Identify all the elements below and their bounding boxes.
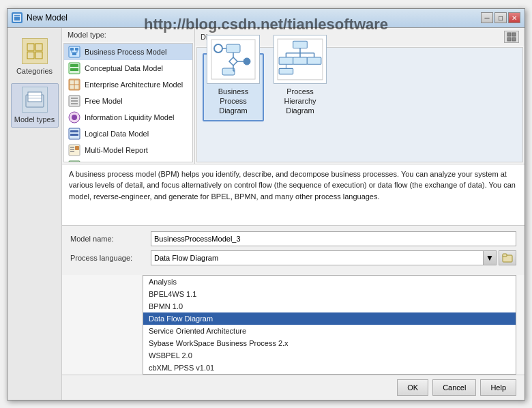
svg-point-62	[243, 58, 250, 65]
process-language-display[interactable]: Data Flow Diagram	[151, 250, 497, 265]
diagram-section: Diagram:	[195, 28, 524, 164]
svg-rect-13	[72, 53, 76, 55]
ok-button[interactable]: OK	[397, 379, 428, 396]
svg-rect-65	[293, 41, 308, 48]
diagram-name-bpd: Business Process Diagram	[204, 87, 263, 116]
diagram-thumb-bpd	[207, 35, 260, 84]
diagram-grid: Business Process Diagram Process Hierarc…	[196, 47, 523, 162]
model-icon-bpm	[68, 46, 80, 58]
model-label-mmr: Multi-Model Report	[85, 146, 148, 154]
model-types-label: Model types	[14, 115, 55, 123]
model-list-item-fm[interactable]: Free Model	[64, 93, 192, 109]
svg-point-30	[72, 115, 77, 120]
categories-icon	[22, 38, 48, 64]
svg-rect-12	[75, 48, 78, 50]
process-language-select-wrapper: Data Flow Diagram ▼	[151, 250, 497, 265]
description-area: A business process model (BPM) helps you…	[62, 164, 524, 225]
dropdown-option-xcml[interactable]: cbXML PPSS v1.01	[143, 362, 516, 374]
svg-rect-5	[35, 52, 42, 59]
main-area: Model type: Business Process ModelConcep…	[62, 28, 524, 400]
svg-rect-2	[27, 44, 34, 50]
dropdown-option-analysis[interactable]: Analysis	[143, 276, 516, 288]
svg-rect-49	[507, 33, 511, 36]
model-icon-oom	[68, 160, 80, 162]
svg-rect-4	[27, 52, 34, 59]
svg-rect-3	[35, 44, 42, 50]
svg-rect-19	[70, 64, 78, 67]
dropdown-option-sybase[interactable]: Sybase WorkSpace Business Process 2.x	[143, 337, 516, 349]
window-title: New Model	[27, 13, 68, 23]
dropdown-option-dataflow[interactable]: Data Flow Diagram	[143, 312, 516, 325]
model-name-label: Model name:	[70, 235, 145, 243]
sidebar-item-model-types[interactable]: Model types	[11, 83, 59, 128]
diagram-item-phd[interactable]: Process Hierarchy Diagram	[269, 53, 331, 121]
svg-rect-38	[75, 146, 79, 150]
model-type-list: Business Process ModelConceptual Data Mo…	[63, 43, 193, 162]
svg-rect-32	[70, 130, 78, 132]
svg-rect-0	[14, 14, 20, 21]
process-language-browse-button[interactable]	[499, 250, 516, 265]
model-icon-fm	[68, 95, 80, 107]
title-controls: ─ □ ✕	[481, 12, 520, 23]
title-bar: New Model ─ □ ✕	[8, 9, 524, 28]
model-list-item-cdm[interactable]: Conceptual Data Model	[64, 60, 192, 76]
model-icon-mmr	[68, 144, 80, 156]
diagram-view-button[interactable]	[504, 31, 519, 43]
bottom-buttons: OK Cancel Help	[62, 375, 524, 400]
model-type-section: Model type: Business Process ModelConcep…	[62, 28, 195, 164]
svg-rect-75	[279, 68, 293, 74]
model-label-cdm: Conceptual Data Model	[85, 64, 163, 72]
main-top: Model type: Business Process ModelConcep…	[62, 28, 524, 164]
model-label-eam: Enterprise Architecture Model	[85, 81, 183, 89]
model-icon-ldm	[68, 128, 80, 140]
svg-rect-11	[70, 48, 74, 50]
svg-rect-72	[293, 57, 308, 64]
help-button[interactable]: Help	[480, 379, 516, 396]
model-label-fm: Free Model	[85, 97, 123, 105]
dropdown-option-soa[interactable]: Service Oriented Architecture	[143, 325, 516, 337]
process-language-field: Data Flow Diagram ▼	[151, 250, 516, 265]
minimize-button[interactable]: ─	[481, 12, 493, 23]
model-list-item-ldm[interactable]: Logical Data Model	[64, 126, 192, 142]
model-types-icon	[22, 87, 48, 113]
model-name-input[interactable]	[151, 231, 516, 246]
model-list-item-mmr[interactable]: Multi-Model Report	[64, 142, 192, 158]
svg-rect-20	[70, 68, 78, 71]
svg-rect-39	[69, 161, 80, 162]
dropdown-option-bpel4ws[interactable]: BPEL4WS 1.1	[143, 288, 516, 300]
model-icon-eam	[68, 78, 80, 91]
model-icon-cdm	[68, 62, 80, 74]
process-language-dropdown-arrow[interactable]: ▼	[483, 250, 497, 265]
model-label-ldm: Logical Data Model	[85, 130, 149, 138]
diagram-thumb-phd	[274, 35, 327, 84]
maximize-button[interactable]: □	[494, 12, 507, 23]
model-icon-ilm	[68, 111, 80, 123]
svg-rect-71	[279, 57, 293, 64]
close-button[interactable]: ✕	[508, 12, 520, 23]
svg-point-54	[214, 44, 222, 53]
svg-rect-73	[307, 57, 321, 64]
content-area: Categories Model types Mod	[8, 28, 524, 400]
dropdown-option-wsbpel[interactable]: WSBPEL 2.0	[143, 349, 516, 362]
svg-rect-77	[503, 254, 507, 257]
title-bar-left: New Model	[12, 12, 68, 23]
dropdown-list: AnalysisBPEL4WS 1.1BPMN 1.0Data Flow Dia…	[143, 275, 516, 375]
model-label-bpm: Business Process Model	[85, 48, 166, 56]
model-name-row: Model name:	[70, 231, 516, 246]
new-model-window: New Model ─ □ ✕ http://blog.csdn.net/tia…	[7, 8, 525, 400]
model-type-section-label: Model type:	[62, 28, 194, 42]
dropdown-option-bpmn[interactable]: BPMN 1.0	[143, 300, 516, 312]
model-list-item-eam[interactable]: Enterprise Architecture Model	[64, 76, 192, 93]
model-list-item-ilm[interactable]: Information Liquidity Model	[64, 109, 192, 126]
sidebar-item-categories[interactable]: Categories	[11, 35, 59, 79]
process-language-row: Process language: Data Flow Diagram ▼	[70, 250, 516, 265]
model-list-item-oom[interactable]: Object-Oriented Model	[64, 158, 192, 162]
bottom-form: Model name: Process language: Data Flow …	[62, 225, 524, 275]
process-language-label: Process language:	[70, 254, 145, 262]
svg-rect-50	[512, 33, 516, 36]
model-label-ilm: Information Liquidity Model	[85, 113, 174, 121]
cancel-button[interactable]: Cancel	[432, 379, 476, 396]
model-list-item-bpm[interactable]: Business Process Model	[64, 44, 192, 60]
svg-rect-33	[70, 134, 78, 136]
diagram-item-bpd[interactable]: Business Process Diagram	[203, 53, 264, 121]
